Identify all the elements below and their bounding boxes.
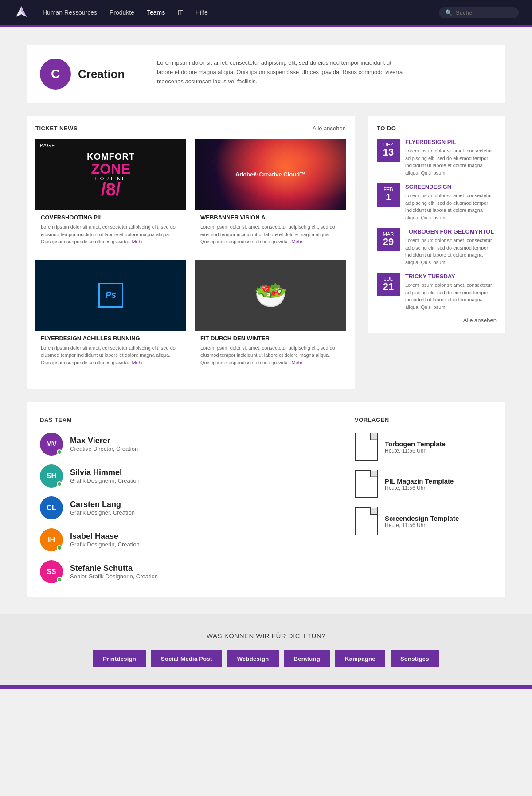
online-indicator-3	[57, 545, 62, 550]
vorlage-name-0: Torbogen Template	[385, 440, 446, 448]
todo-section: TO DO DEZ 13 FLYERDESIGN PIL Lorem ipsum…	[368, 116, 505, 333]
news-card-covershooting: PAGE KOMFORT ZONE ROUTINE /8/ COVERSHOOT…	[35, 139, 186, 251]
team-header: C Creation Lorem ipsum dolor sit amet, c…	[27, 45, 505, 103]
vorlage-item-1[interactable]: PIL Magazin Template Heute, 11:56 Uhr	[355, 470, 492, 498]
main-content: C Creation Lorem ipsum dolor sit amet, c…	[0, 27, 532, 614]
member-role-2: Grafik Designer, Creation	[70, 509, 135, 516]
vorlage-name-1: PIL Magazin Template	[385, 477, 454, 485]
news-card-title-2: WEBBANNER VISION.A	[200, 214, 340, 221]
team-list: MV Max Vierer Creative Director, Creatio…	[40, 433, 341, 583]
navbar: Human Ressources Produkte Teams IT Hilfe…	[0, 0, 532, 25]
vorlagen-section: VORLAGEN Torbogen Template Heute, 11:56 …	[355, 416, 492, 583]
todo-alle-link-wrap: Alle ansehen	[377, 316, 497, 324]
vorlage-name-2: Screendesign Template	[385, 515, 459, 522]
vorlagen-title: VORLAGEN	[355, 417, 389, 423]
todo-item-2: MÄR 29 TORBOGEN FÜR GELOMYRTOL Lorem ips…	[377, 228, 497, 266]
cta-title: WAS KÖNNEN WIR FÜR DICH TUN?	[27, 632, 505, 640]
team-member-1: SH Silvia Himmel Grafik Designerin, Crea…	[40, 464, 341, 488]
todo-item-0: DEZ 13 FLYERDESIGN PIL Lorem ipsum dolor…	[377, 139, 497, 176]
vorlage-time-1: Heute, 11:56 Uhr	[385, 485, 454, 491]
search-bar: 🔍	[439, 7, 519, 18]
nav-teams[interactable]: Teams	[147, 9, 165, 16]
online-indicator-1	[57, 481, 62, 487]
team-member-3: IH Isabel Haase Grafik Designerin, Creat…	[40, 528, 341, 551]
cta-btn-social-media[interactable]: Social Media Post	[151, 650, 222, 667]
search-input[interactable]	[456, 9, 512, 16]
nav-hilfe[interactable]: Hilfe	[196, 9, 208, 16]
ticket-news-header: TICKET NEWS Alle ansehen	[35, 125, 346, 132]
member-avatar-3: IH	[40, 528, 63, 551]
todo-item-text-3: Lorem ipsum dolor sit amet, consectetur …	[405, 281, 497, 311]
cta-btn-printdesign[interactable]: Printdesign	[93, 650, 146, 667]
online-indicator-4	[57, 577, 62, 582]
todo-item-text-2: Lorem ipsum dolor sit amet, consectetur …	[405, 237, 497, 266]
member-role-1: Grafik Designerin, Creation	[70, 477, 140, 484]
team-member-2: CL Carsten Lang Grafik Designer, Creatio…	[40, 496, 341, 519]
news-card-text-1: Lorem ipsum dolor sit amet, consectetur …	[41, 223, 181, 246]
member-role-4: Senior Grafik Designerin, Creation	[70, 573, 158, 580]
member-role-3: Grafik Designerin, Creation	[70, 541, 140, 548]
ticket-news-section: TICKET NEWS Alle ansehen PAGE KOMFORT ZO…	[27, 116, 355, 389]
bottom-section: DAS TEAM MV Max Vierer Creative Director…	[27, 402, 505, 597]
cta-btn-beratung[interactable]: Beratung	[284, 650, 330, 667]
news-card-title-3: FLYERDESIGN ACHILLES RUNNING	[41, 335, 181, 342]
todo-alle-link[interactable]: Alle ansehen	[463, 317, 497, 324]
member-avatar-0: MV	[40, 433, 63, 456]
vorlage-item-2[interactable]: Screendesign Template Heute, 11:56 Uhr	[355, 507, 492, 535]
vorlage-icon-0	[355, 433, 378, 461]
member-role-0: Creative Director, Creation	[70, 445, 138, 452]
vorlage-item-0[interactable]: Torbogen Template Heute, 11:56 Uhr	[355, 433, 492, 461]
nav-human-ressources[interactable]: Human Ressources	[43, 9, 97, 16]
nav-produkte[interactable]: Produkte	[110, 9, 134, 16]
todo-date-3: JUL 21	[377, 273, 400, 296]
right-column: TO DO DEZ 13 FLYERDESIGN PIL Lorem ipsum…	[368, 116, 505, 389]
das-team-title: DAS TEAM	[40, 417, 72, 423]
cta-btn-sonstiges[interactable]: Sonstiges	[391, 650, 439, 667]
news-card-text-2: Lorem ipsum dolor sit amet, consectetur …	[200, 223, 340, 246]
todo-title: TO DO	[377, 125, 396, 132]
logo[interactable]	[13, 4, 29, 20]
vorlage-time-2: Heute, 11:56 Uhr	[385, 522, 459, 528]
member-avatar-2: CL	[40, 496, 63, 519]
footer-purple-bar	[0, 685, 532, 689]
cta-btn-kampagne[interactable]: Kampagne	[335, 650, 385, 667]
team-title: Creation	[78, 67, 125, 81]
member-name-3: Isabel Haase	[70, 532, 140, 541]
left-column: TICKET NEWS Alle ansehen PAGE KOMFORT ZO…	[27, 116, 355, 389]
todo-item-1: FEB 1 SCREENDESIGN Lorem ipsum dolor sit…	[377, 183, 497, 221]
todo-item-title-0: FLYERDESIGN PIL	[405, 139, 497, 145]
news-img-fit: 🥗	[195, 260, 346, 331]
news-card-text-3: Lorem ipsum dolor sit amet, consectetur …	[41, 344, 181, 367]
news-grid: PAGE KOMFORT ZONE ROUTINE /8/ COVERSHOOT…	[35, 139, 346, 371]
news-img-covershooting: PAGE KOMFORT ZONE ROUTINE /8/	[35, 139, 186, 210]
todo-item-text-1: Lorem ipsum dolor sit amet, consectetur …	[405, 192, 497, 221]
news-card-webbanner: Adobe® Creative Cloud™ WEBBANNER VISION.…	[195, 139, 346, 251]
team-member-4: SS Stefanie Schutta Senior Grafik Design…	[40, 560, 341, 583]
nav-it[interactable]: IT	[177, 9, 183, 16]
news-img-webbanner: Adobe® Creative Cloud™	[195, 139, 346, 210]
ticket-news-alle-link[interactable]: Alle ansehen	[313, 125, 346, 132]
todo-item-title-3: TRICKY TUESDAY	[405, 273, 497, 280]
news-card-fit: 🥗 FIT DURCH DEN WINTER Lorem ipsum dolor…	[195, 260, 346, 372]
member-avatar-1: SH	[40, 464, 63, 488]
search-icon: 🔍	[445, 9, 452, 16]
member-name-0: Max Vierer	[70, 436, 138, 445]
todo-date-1: FEB 1	[377, 183, 400, 207]
team-avatar: C	[40, 59, 71, 90]
nav-links: Human Ressources Produkte Teams IT Hilfe	[43, 9, 426, 16]
vorlage-time-0: Heute, 11:56 Uhr	[385, 448, 446, 454]
member-name-4: Stefanie Schutta	[70, 564, 158, 573]
todo-item-title-1: SCREENDESIGN	[405, 183, 497, 190]
team-member-0: MV Max Vierer Creative Director, Creatio…	[40, 433, 341, 456]
vorlage-icon-1	[355, 470, 378, 498]
cta-btn-webdesign[interactable]: Webdesign	[227, 650, 279, 667]
todo-items: DEZ 13 FLYERDESIGN PIL Lorem ipsum dolor…	[377, 139, 497, 311]
news-img-flyerdesign: Ps	[35, 260, 186, 331]
todo-header: TO DO	[377, 125, 497, 132]
online-indicator-0	[57, 449, 62, 455]
vorlagen-list: Torbogen Template Heute, 11:56 Uhr PIL M…	[355, 433, 492, 535]
cta-buttons: Printdesign Social Media Post Webdesign …	[27, 650, 505, 667]
team-description: Lorem ipsum dolor sit amet, consectetur …	[157, 59, 405, 86]
news-card-text-4: Lorem ipsum dolor sit amet, consectetur …	[200, 344, 340, 367]
vorlage-icon-2	[355, 507, 378, 535]
